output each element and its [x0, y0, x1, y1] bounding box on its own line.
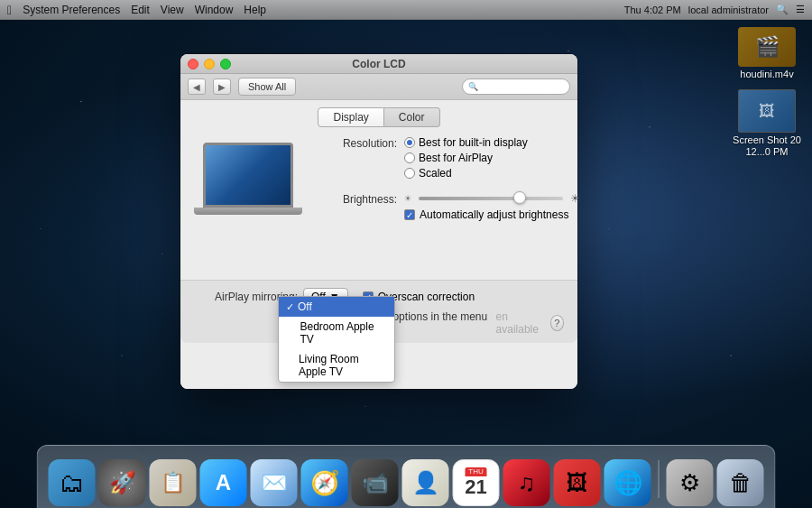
- dock: 🗂 🚀 📋 A ✉️ 🧭 📹 👤: [37, 445, 776, 508]
- dropdown-bedroom-label: Bedroom Apple TV: [300, 320, 387, 346]
- check-off: ✓: [286, 301, 294, 313]
- contacts-icon: 👤: [412, 470, 439, 495]
- radio-builtin[interactable]: [404, 137, 415, 148]
- back-button[interactable]: ◀: [188, 79, 206, 95]
- dock-icon-maps[interactable]: 🌐: [604, 459, 651, 506]
- help-button[interactable]: ?: [550, 315, 564, 331]
- desktop-icon-video[interactable]: 🎬 houdini.m4v: [731, 27, 803, 80]
- dropdown-item-livingroom[interactable]: Living Room Apple TV: [279, 349, 394, 382]
- resolution-options: Best for built-in display Best for AirPl…: [404, 136, 528, 180]
- video-file-icon: 🎬: [738, 27, 796, 67]
- search-input[interactable]: [479, 81, 560, 92]
- auto-brightness-row[interactable]: ✓ Automatically adjust brightness: [404, 208, 580, 221]
- app-name-menu[interactable]: System Preferences: [23, 4, 120, 16]
- show-all-button[interactable]: Show All: [238, 78, 296, 96]
- apple-menu[interactable]: : [7, 3, 12, 17]
- help-menu[interactable]: Help: [244, 4, 266, 16]
- brightness-row: Brightness: ☀ ☀ ✓ Automat: [316, 192, 580, 221]
- dock-icon-appstore[interactable]: A: [200, 459, 247, 506]
- dock-icon-calendar[interactable]: THU 21: [453, 459, 500, 506]
- resolution-option-1[interactable]: Best for AirPlay: [404, 152, 528, 164]
- brightness-thumb[interactable]: [513, 191, 526, 204]
- photos-icon: 🖼: [567, 470, 588, 495]
- dock-icon-facetime[interactable]: 📹: [352, 459, 399, 506]
- menubar-user: local administrator: [688, 5, 769, 15]
- dock-icon-itunes[interactable]: ♫: [503, 459, 550, 506]
- facetime-icon: 📹: [362, 470, 389, 495]
- dock-icon-photos[interactable]: 🖼: [554, 459, 601, 506]
- laptop-base: [194, 208, 302, 215]
- launchpad-icon: 🚀: [109, 470, 136, 495]
- dock-icon-contacts[interactable]: 👤: [402, 459, 449, 506]
- radio-scaled[interactable]: [404, 168, 415, 179]
- minimize-button[interactable]: [204, 59, 215, 69]
- dropdown-off-label: Off: [298, 300, 312, 313]
- window-controls: [188, 59, 231, 69]
- maps-icon: 🌐: [614, 469, 642, 497]
- display-preview: [194, 136, 302, 221]
- appstore-icon: A: [216, 470, 231, 495]
- dock-icon-safari[interactable]: 🧭: [301, 459, 348, 506]
- calendar-display: THU 21: [465, 467, 486, 498]
- window-titlebar: Color LCD: [180, 54, 577, 74]
- tab-color[interactable]: Color: [384, 107, 440, 127]
- dropdown-item-bedroom[interactable]: Bedroom Apple TV: [279, 317, 394, 349]
- maximize-button[interactable]: [220, 59, 231, 69]
- mail-icon: ✉️: [261, 470, 288, 495]
- tabs-bar: Display Color: [180, 100, 577, 127]
- itunes-icon: ♫: [518, 469, 536, 497]
- window-menu[interactable]: Window: [195, 4, 234, 16]
- brightness-track[interactable]: [419, 197, 563, 200]
- dock-icon-mail[interactable]: ✉️: [251, 459, 298, 506]
- trash-icon: 🗑: [729, 469, 752, 497]
- brightness-slider-row: ☀ ☀: [404, 192, 580, 205]
- dock-icon-launchpad[interactable]: 🚀: [99, 459, 146, 506]
- menubar:  System Preferences Edit View Window He…: [0, 0, 812, 20]
- settings-area: Resolution: Best for built-in display Be…: [316, 136, 580, 221]
- laptop-preview: [194, 143, 302, 215]
- dropdown-livingroom-label: Living Room Apple TV: [299, 353, 387, 378]
- screenshot-label: Screen Shot 2012...0 PM: [731, 134, 803, 158]
- menubar-search-icon[interactable]: 🔍: [776, 4, 789, 15]
- auto-brightness-checkbox[interactable]: ✓: [404, 209, 415, 220]
- dock-separator: [659, 460, 660, 498]
- brightness-controls: ☀ ☀ ✓ Automatically adjust brightness: [404, 192, 580, 221]
- resolution-label: Resolution:: [316, 136, 397, 150]
- dock-icon-trash[interactable]: 🗑: [717, 459, 764, 506]
- screenshot-icon: 🖼: [738, 89, 796, 133]
- search-icon: 🔍: [468, 82, 478, 91]
- view-menu[interactable]: View: [161, 4, 184, 16]
- desktop-icons: 🎬 houdini.m4v 🖼 Screen Shot 2012...0 PM: [731, 27, 803, 159]
- forward-button[interactable]: ▶: [213, 79, 231, 95]
- sysprefs-icon: ⚙: [679, 469, 700, 497]
- close-button[interactable]: [188, 59, 198, 69]
- tab-display[interactable]: Display: [318, 107, 383, 127]
- menubar-time: Thu 4:02 PM: [624, 5, 681, 15]
- brightness-max-icon: ☀: [570, 192, 580, 205]
- menubar-list-icon[interactable]: ☰: [796, 4, 805, 15]
- desktop:  System Preferences Edit View Window He…: [0, 0, 812, 508]
- safari-icon: 🧭: [310, 469, 339, 497]
- menubar-left:  System Preferences Edit View Window He…: [7, 3, 266, 17]
- brightness-min-icon: ☀: [404, 194, 411, 203]
- content-area: Resolution: Best for built-in display Be…: [180, 127, 577, 226]
- menubar-right: Thu 4:02 PM local administrator 🔍 ☰: [624, 4, 805, 15]
- desktop-icon-screenshot[interactable]: 🖼 Screen Shot 2012...0 PM: [731, 89, 803, 158]
- auto-brightness-label: Automatically adjust brightness: [420, 208, 568, 221]
- content-spacer: [180, 226, 577, 280]
- resolution-row: Resolution: Best for built-in display Be…: [316, 136, 580, 180]
- dropdown-item-off[interactable]: ✓ Off: [279, 297, 394, 317]
- radio-airplay[interactable]: [404, 152, 415, 163]
- dock-icon-sysprefs[interactable]: ⚙: [667, 459, 714, 506]
- dock-icon-finder[interactable]: 🗂: [49, 459, 96, 506]
- resolution-option-0[interactable]: Best for built-in display: [404, 136, 528, 149]
- window-title: Color LCD: [352, 58, 405, 70]
- resolution-option-2[interactable]: Scaled: [404, 167, 528, 180]
- window-toolbar: ◀ ▶ Show All 🔍: [180, 74, 577, 100]
- finder-icon: 🗂: [60, 468, 85, 498]
- laptop-screen: [203, 143, 293, 208]
- mc-icon: 📋: [161, 471, 185, 494]
- dock-icon-mc[interactable]: 📋: [150, 459, 197, 506]
- edit-menu[interactable]: Edit: [131, 4, 150, 16]
- search-box[interactable]: 🔍: [462, 79, 570, 95]
